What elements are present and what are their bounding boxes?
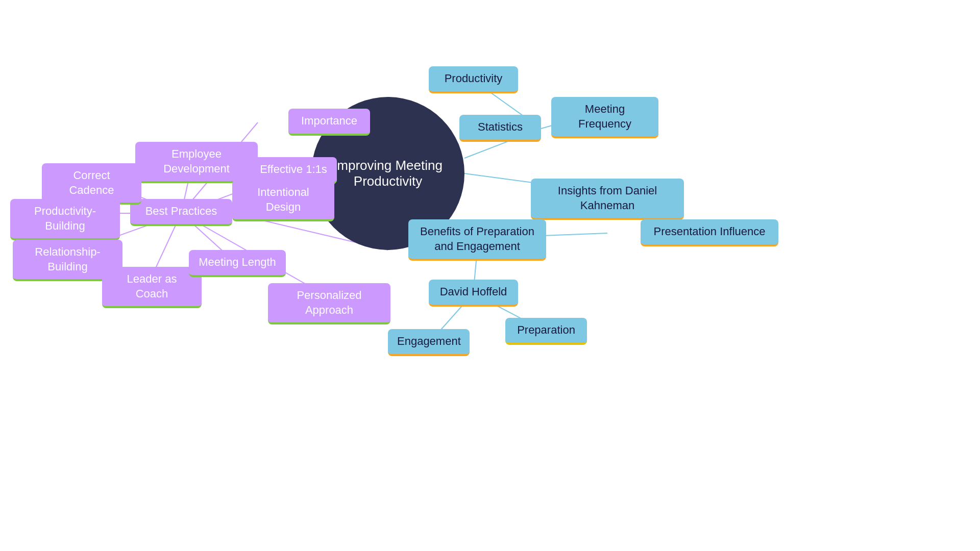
employee-development-node[interactable]: Employee Development xyxy=(135,142,258,183)
best-practices-node[interactable]: Best Practices xyxy=(130,199,232,226)
preparation-label: Preparation xyxy=(517,323,575,336)
insights-kahneman-label: Insights from Daniel Kahneman xyxy=(558,184,657,212)
statistics-node[interactable]: Statistics xyxy=(459,115,541,142)
correct-cadence-label: Correct Cadence xyxy=(69,169,114,196)
intentional-design-label: Intentional Design xyxy=(257,186,309,213)
leader-as-coach-node[interactable]: Leader as Coach xyxy=(102,267,202,308)
presentation-influence-label: Presentation Influence xyxy=(654,225,766,238)
insights-kahneman-node[interactable]: Insights from Daniel Kahneman xyxy=(531,179,684,220)
best-practices-label: Best Practices xyxy=(145,205,217,217)
productivity-label: Productivity xyxy=(445,72,503,85)
leader-as-coach-label: Leader as Coach xyxy=(127,272,177,300)
meeting-frequency-label: Meeting Frequency xyxy=(578,103,631,130)
meeting-frequency-node[interactable]: Meeting Frequency xyxy=(551,97,658,138)
engagement-label: Engagement xyxy=(397,335,461,347)
statistics-label: Statistics xyxy=(478,120,523,133)
personalized-approach-label: Personalized Approach xyxy=(297,289,361,316)
personalized-approach-node[interactable]: Personalized Approach xyxy=(268,283,390,324)
david-hoffeld-label: David Hoffeld xyxy=(440,285,507,298)
preparation-node[interactable]: Preparation xyxy=(505,318,587,345)
importance-label: Importance xyxy=(301,114,357,127)
correct-cadence-node[interactable]: Correct Cadence xyxy=(42,163,141,205)
benefits-prep-node[interactable]: Benefits of Preparation and Engagement xyxy=(408,219,546,261)
importance-node[interactable]: Importance xyxy=(288,109,370,136)
employee-development-label: Employee Development xyxy=(163,147,230,175)
relationship-building-label: Relationship-Building xyxy=(35,245,100,273)
david-hoffeld-node[interactable]: David Hoffeld xyxy=(429,280,518,307)
center-label: Improving Meeting Productivity xyxy=(322,158,454,189)
presentation-influence-node[interactable]: Presentation Influence xyxy=(641,219,778,246)
productivity-building-label: Productivity-Building xyxy=(34,205,96,232)
intentional-design-node[interactable]: Intentional Design xyxy=(232,180,334,221)
effective-11s-label: Effective 1:1s xyxy=(260,163,327,176)
engagement-node[interactable]: Engagement xyxy=(388,329,470,356)
meeting-length-node[interactable]: Meeting Length xyxy=(189,250,286,277)
meeting-length-label: Meeting Length xyxy=(199,256,276,268)
benefits-prep-label: Benefits of Preparation and Engagement xyxy=(420,225,534,253)
productivity-node[interactable]: Productivity xyxy=(429,66,518,93)
productivity-building-node[interactable]: Productivity-Building xyxy=(10,199,120,240)
